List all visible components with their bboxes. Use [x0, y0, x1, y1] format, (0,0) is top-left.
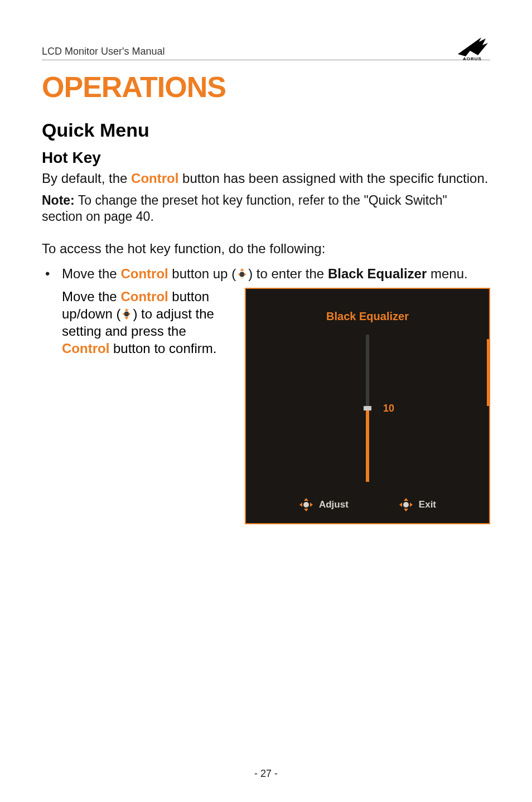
svg-marker-13 [299, 503, 302, 507]
intro-paragraph: By default, the Control button has been … [42, 170, 490, 187]
page-heading-operations: OPERATIONS [42, 70, 490, 104]
intro-post: button has been assigned with the specif… [178, 171, 488, 186]
svg-marker-10 [125, 317, 129, 320]
b1-t1: Move the [62, 266, 120, 281]
osd-slider[interactable]: 10 [246, 335, 489, 482]
osd-panel: Black Equalizer 10 [245, 288, 490, 524]
section-heading-quick-menu: Quick Menu [42, 119, 490, 141]
joystick-icon [399, 497, 413, 512]
osd-adjust-label: Adjust [319, 499, 349, 510]
slider-fill [366, 408, 369, 482]
instruction-column: Move the Control button up/down ( ) to a… [62, 288, 229, 524]
osd-adjust-action[interactable]: Adjust [299, 497, 349, 512]
osd-exit-action[interactable]: Exit [399, 497, 436, 512]
c-t4: button to confirm. [109, 341, 216, 356]
access-paragraph: To access the hot key function, do the f… [42, 240, 490, 257]
joystick-up-icon [236, 267, 248, 279]
svg-marker-4 [244, 273, 246, 276]
b1-t4: menu. [427, 266, 467, 281]
svg-point-20 [403, 502, 409, 508]
svg-marker-1 [240, 268, 244, 270]
aorus-logo-icon: AORUS [454, 34, 490, 61]
subsection-heading-hot-key: Hot Key [42, 149, 490, 167]
bullet-item: Move the Control button up ( ) to enter … [42, 265, 490, 282]
osd-title: Black Equalizer [246, 310, 489, 323]
svg-marker-17 [404, 509, 408, 511]
svg-marker-8 [123, 312, 125, 316]
svg-marker-19 [410, 503, 413, 507]
black-equalizer-bold: Black Equalizer [328, 266, 427, 281]
b1-t2: button up ( [168, 266, 236, 281]
joystick-icon [299, 497, 313, 512]
svg-marker-14 [310, 503, 313, 507]
svg-text:AORUS: AORUS [463, 56, 482, 61]
svg-marker-18 [399, 503, 402, 507]
control-word: Control [62, 341, 109, 356]
joystick-updown-icon [120, 307, 133, 319]
intro-pre: By default, the [42, 171, 131, 186]
control-word: Control [120, 289, 168, 304]
slider-value: 10 [383, 402, 394, 414]
b1-t3: ) to enter the [248, 266, 328, 281]
svg-marker-5 [240, 277, 244, 279]
slider-knob[interactable] [364, 406, 371, 410]
svg-marker-11 [304, 498, 308, 501]
svg-marker-12 [304, 509, 308, 511]
note-paragraph: Note: To change the preset hot key funct… [42, 192, 490, 225]
note-label: Note: [42, 193, 75, 207]
osd-exit-label: Exit [419, 499, 436, 510]
c-t1: Move the [62, 289, 120, 304]
svg-marker-16 [404, 498, 408, 501]
header-title: LCD Monitor User's Manual [42, 46, 165, 57]
control-word: Control [131, 171, 178, 186]
svg-marker-3 [238, 273, 240, 276]
svg-point-15 [303, 502, 309, 508]
svg-marker-9 [129, 312, 131, 316]
svg-point-2 [240, 272, 245, 277]
svg-point-7 [124, 311, 129, 316]
page-number: - 27 - [0, 768, 532, 780]
note-text: To change the preset hot key function, r… [42, 193, 447, 224]
control-word: Control [120, 266, 168, 281]
svg-marker-6 [125, 308, 129, 311]
